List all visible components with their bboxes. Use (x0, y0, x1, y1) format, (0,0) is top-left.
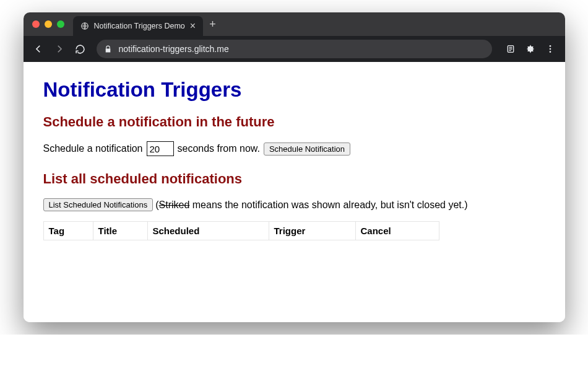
hint-text: (Striked means the notification was show… (155, 200, 467, 211)
minimize-window-button[interactable] (45, 20, 52, 28)
list-scheduled-button[interactable]: List Scheduled Notifications (43, 198, 153, 211)
maximize-window-button[interactable] (57, 20, 64, 28)
svg-point-2 (549, 45, 551, 47)
col-title: Title (93, 222, 147, 240)
forward-button[interactable] (51, 40, 68, 58)
schedule-suffix: seconds from now. (178, 143, 260, 154)
page-content: Notification Triggers Schedule a notific… (24, 62, 565, 322)
window-titlebar: Notification Triggers Demo × + (24, 12, 565, 36)
browser-window: Notification Triggers Demo × + notificat… (24, 12, 565, 322)
col-scheduled: Scheduled (147, 222, 269, 240)
new-tab-button[interactable]: + (209, 19, 216, 30)
striked-word: Striked (159, 200, 190, 210)
browser-toolbar: notification-triggers.glitch.me (24, 36, 565, 62)
close-window-button[interactable] (32, 20, 40, 28)
window-controls (32, 20, 64, 28)
schedule-notification-button[interactable]: Schedule Notification (264, 143, 350, 156)
address-bar[interactable]: notification-triggers.glitch.me (97, 40, 492, 58)
scheduled-table: Tag Title Scheduled Trigger Cancel (43, 221, 439, 240)
col-trigger: Trigger (269, 222, 355, 240)
list-row: List Scheduled Notifications (Striked me… (43, 198, 545, 211)
col-cancel: Cancel (355, 222, 439, 240)
tab-title: Notification Triggers Demo (94, 22, 185, 30)
col-tag: Tag (43, 222, 93, 240)
browser-tab[interactable]: Notification Triggers Demo × (73, 16, 204, 36)
schedule-prefix: Schedule a notification (43, 143, 143, 154)
extension-icon[interactable] (522, 40, 539, 58)
svg-point-4 (549, 51, 551, 53)
lock-icon (104, 45, 113, 53)
reader-mode-icon[interactable] (502, 40, 519, 58)
close-tab-icon[interactable]: × (190, 21, 196, 31)
schedule-row: Schedule a notification seconds from now… (43, 141, 545, 156)
svg-point-3 (549, 48, 551, 50)
seconds-input[interactable] (147, 141, 174, 156)
schedule-heading: Schedule a notification in the future (43, 114, 545, 130)
url-text: notification-triggers.glitch.me (119, 44, 229, 54)
menu-button[interactable] (542, 40, 559, 58)
table-header-row: Tag Title Scheduled Trigger Cancel (43, 222, 439, 240)
list-heading: List all scheduled notifications (43, 171, 545, 187)
back-button[interactable] (30, 40, 47, 58)
globe-icon (80, 22, 89, 30)
page-title: Notification Triggers (43, 78, 545, 102)
reload-button[interactable] (72, 40, 89, 58)
